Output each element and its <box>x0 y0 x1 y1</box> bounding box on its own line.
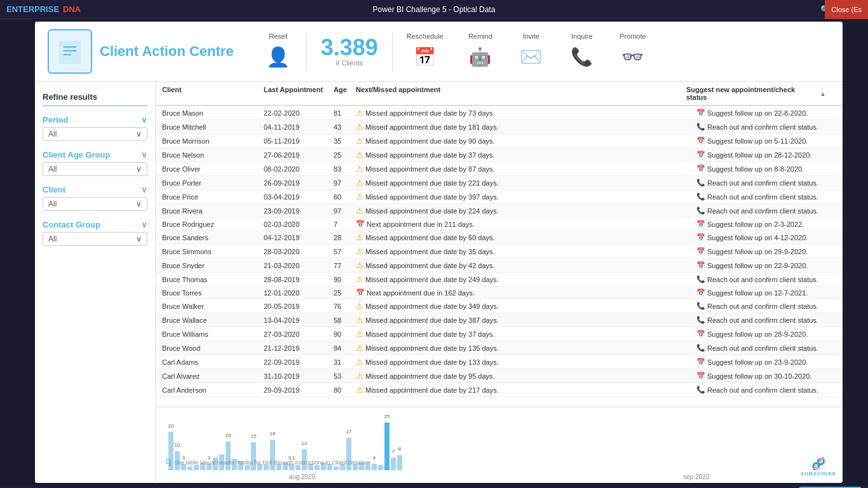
bar-label: 25 <box>384 414 390 419</box>
cell-age: 77 <box>334 262 356 269</box>
warning-icon: ⚠ <box>356 108 363 118</box>
chevron-down-icon-4: ∨ <box>136 165 142 173</box>
table-row[interactable]: Bruce Williams 27-03-2020 90 ⚠Missed app… <box>156 327 843 341</box>
table-row[interactable]: Bruce Thomas 28-08-2019 90 ⚠Missed appoi… <box>156 273 843 287</box>
reschedule-button[interactable]: Reschedule 📅 <box>395 32 455 71</box>
cell-client: Bruce Porter <box>162 179 264 187</box>
inquire-button[interactable]: Inquire 📞 <box>557 32 607 71</box>
chart-bar[interactable]: 25 <box>384 423 390 470</box>
cell-client: Carl Adams <box>162 358 264 366</box>
cell-appt: ⚠Missed appointment due date by 35 days. <box>356 247 696 256</box>
chart-bar[interactable]: 4 <box>372 464 377 470</box>
chart-bar[interactable]: 8 <box>397 455 402 470</box>
cell-suggest: 📞Reach out and confirm client status. <box>696 193 836 201</box>
table-row[interactable]: Bruce Snyder 21-03-2020 77 ⚠Missed appoi… <box>156 259 843 273</box>
cell-appt: ⚠Missed appointment due date by 387 days… <box>356 315 696 325</box>
table-row[interactable]: Bruce Rodriguez 02-03-2020 7 📅Next appoi… <box>156 218 843 231</box>
cell-appt: ⚠Missed appointment due date by 249 days… <box>356 274 696 284</box>
cell-last-appt: 29-09-2019 <box>264 386 334 394</box>
cell-age: 31 <box>334 358 356 366</box>
warning-icon: ⚠ <box>356 192 363 201</box>
cell-appt: ⚠Missed appointment due date by 42 days. <box>356 261 696 270</box>
subscribe-button[interactable]: 🧬 SUBSCRIBE <box>801 457 836 477</box>
col-age: Age <box>334 86 356 101</box>
table-row[interactable]: Bruce Sanders 04-12-2019 28 ⚠Missed appo… <box>156 231 843 245</box>
cell-appt: ⚠Missed appointment due date by 87 days. <box>356 164 696 173</box>
cell-appt: ⚠Missed appointment due date by 37 days. <box>356 150 696 159</box>
table-row[interactable]: Bruce Mitchell 04-11-2019 43 ⚠Missed app… <box>156 120 843 134</box>
filter-client-label[interactable]: Client ∨ <box>43 185 147 194</box>
filter-contact-label[interactable]: Contact Group ∨ <box>43 220 147 229</box>
suggest-cal-icon: 📅 <box>696 220 705 228</box>
suggest-phone-icon: 📞 <box>696 207 705 215</box>
sort-up-icon[interactable]: ▲ <box>820 90 826 97</box>
table-row[interactable]: Bruce Oliver 08-02-2020 83 ⚠Missed appoi… <box>156 162 843 176</box>
invite-button[interactable]: Invite ✉️ <box>506 32 557 71</box>
remind-button[interactable]: Remind 🤖 <box>455 32 506 71</box>
warning-icon: ⚠ <box>356 122 363 132</box>
filter-period-value[interactable]: All ∨ <box>43 127 147 141</box>
table-row[interactable]: Bruce Rivera 23-09-2019 97 ⚠Missed appoi… <box>156 204 843 218</box>
filter-period: Period ∨ All ∨ <box>43 115 147 141</box>
filter-contact-value[interactable]: All ∨ <box>43 232 147 246</box>
cell-suggest: 📅Suggest follow up on 29-9-2020. <box>696 247 836 255</box>
table-row[interactable]: Bruce Torres 12-01-2020 25 📅Next appoint… <box>156 287 843 299</box>
table-row[interactable]: Bruce Price 03-04-2019 60 ⚠Missed appoin… <box>156 190 843 204</box>
filter-period-label[interactable]: Period ∨ <box>43 115 147 125</box>
cell-suggest: 📞Reach out and confirm client status. <box>696 123 836 131</box>
close-button[interactable]: Close (Es <box>825 0 868 19</box>
table-row[interactable]: Bruce Mason 22-02-2020 81 ⚠Missed appoin… <box>156 106 843 120</box>
filter-client-value[interactable]: All ∨ <box>43 197 147 211</box>
table-row[interactable]: Bruce Simmons 28-03-2020 57 ⚠Missed appo… <box>156 245 843 259</box>
cell-last-appt: 05-11-2019 <box>264 137 334 145</box>
cell-suggest: 📞Reach out and confirm client status. <box>696 275 836 283</box>
cell-age: 35 <box>334 137 356 145</box>
table-row[interactable]: Carl Adams 22-09-2019 31 ⚠Missed appoint… <box>156 355 843 369</box>
suggest-phone-icon: 📞 <box>696 275 705 283</box>
cell-client: Bruce Rodriguez <box>162 220 264 228</box>
warning-icon: ⚠ <box>356 233 363 242</box>
cell-client: Bruce Oliver <box>162 165 264 173</box>
cell-client: Bruce Nelson <box>162 151 264 159</box>
cell-client: Bruce Williams <box>162 330 264 338</box>
table-row[interactable]: Bruce Morrison 05-11-2019 35 ⚠Missed app… <box>156 134 843 148</box>
chevron-down-icon-8: ∨ <box>136 234 142 243</box>
bar-label: 10 <box>175 442 180 448</box>
content-area: Refine results Period ∨ All ∨ Client Age… <box>35 82 843 483</box>
cell-last-appt: 23-09-2019 <box>264 207 334 215</box>
col-client: Client <box>162 86 264 101</box>
suggest-cal-icon: 📅 <box>696 358 705 366</box>
table-row[interactable]: Bruce Walker 20-05-2019 76 ⚠Missed appoi… <box>156 299 843 313</box>
filter-age-label[interactable]: Client Age Group ∨ <box>43 150 147 159</box>
chart-bar[interactable]: 7 <box>391 458 396 470</box>
cell-suggest: 📞Reach out and confirm client status. <box>696 207 836 215</box>
suggest-cal-icon: 📅 <box>696 330 705 338</box>
warning-icon: ⚠ <box>356 136 363 146</box>
cell-age: 28 <box>334 234 356 241</box>
cell-suggest: 📅Suggest follow up on 28-9-2020. <box>696 330 836 338</box>
cell-suggest: 📅Suggest follow up on 22-8-2020. <box>696 109 836 117</box>
table-row[interactable]: Carl Anderson 29-09-2019 80 ⚠Missed appo… <box>156 383 843 397</box>
table-row[interactable]: Bruce Wood 21-12-2019 94 ⚠Missed appoint… <box>156 341 843 355</box>
reset-button[interactable]: Reset 👤 <box>253 32 304 71</box>
chevron-down-icon-2: ∨ <box>136 130 142 139</box>
cell-last-appt: 02-03-2020 <box>264 220 334 228</box>
table-row[interactable]: Bruce Wallace 13-04-2019 58 ⚠Missed appo… <box>156 313 843 327</box>
table-row[interactable]: Bruce Porter 26-09-2019 97 ⚠Missed appoi… <box>156 176 843 190</box>
promote-button[interactable]: Promote 👓 <box>607 32 658 71</box>
chart-bar[interactable] <box>378 465 383 470</box>
remind-icon: 🤖 <box>466 43 494 71</box>
filter-age-value[interactable]: All ∨ <box>43 162 147 176</box>
table-row[interactable]: Carl Alvarez 31-10-2019 53 ⚠Missed appoi… <box>156 369 843 383</box>
chevron-down-icon-6: ∨ <box>136 200 142 208</box>
cell-age: 53 <box>334 372 356 380</box>
cell-age: 43 <box>334 123 356 131</box>
cell-last-appt: 28-08-2019 <box>264 276 334 283</box>
cell-suggest: 📅Suggest follow up on 2-3-2022. <box>696 220 836 228</box>
warning-icon: ⚠ <box>356 150 363 159</box>
bar-label: 4 <box>373 455 376 461</box>
cell-last-appt: 20-05-2019 <box>264 302 334 310</box>
table-row[interactable]: Bruce Nelson 27-06-2019 25 ⚠Missed appoi… <box>156 148 843 162</box>
cell-suggest: 📅Suggest follow up on 4-12-2020. <box>696 233 836 241</box>
cell-suggest: 📞Reach out and confirm client status. <box>696 316 836 324</box>
